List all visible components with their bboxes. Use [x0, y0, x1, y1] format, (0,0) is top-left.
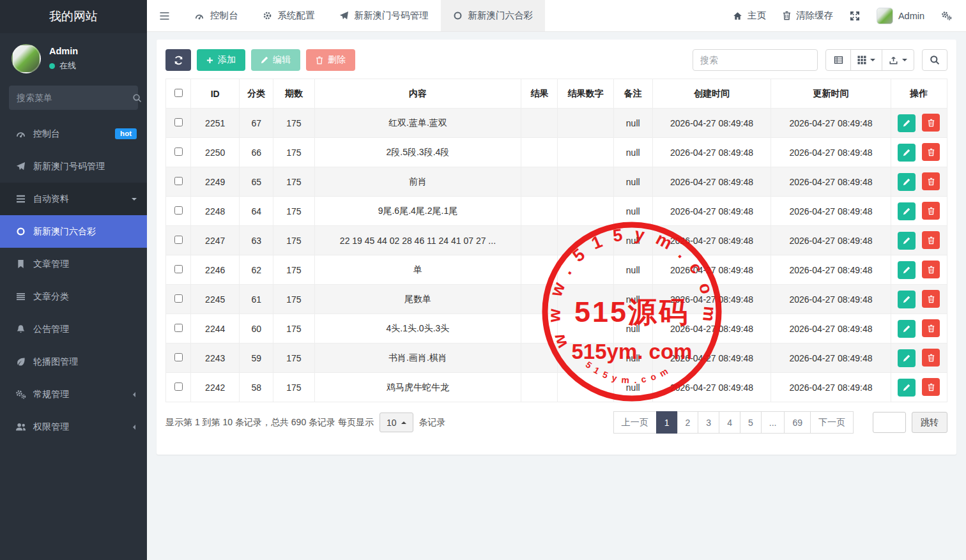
- user-dropdown[interactable]: Admin: [877, 8, 924, 24]
- row-delete-button[interactable]: [922, 349, 940, 367]
- row-checkbox[interactable]: [174, 353, 183, 361]
- trash-icon: [928, 207, 935, 215]
- cell-content: 4头.1头.0头.3头: [314, 314, 521, 344]
- row-delete-button[interactable]: [922, 231, 940, 249]
- page-button[interactable]: 1: [656, 411, 678, 434]
- main-content: 添加 编辑 删除: [147, 32, 966, 560]
- sidebar-item-autodata[interactable]: 自动资料: [0, 183, 147, 215]
- sidebar-item-lottery[interactable]: 新新澳门六合彩: [0, 215, 147, 248]
- table-search-input[interactable]: [693, 49, 818, 71]
- table-row: 2243 59 175 书肖.画肖.棋肖 null 2026-04-27 08:…: [166, 344, 947, 373]
- row-edit-button[interactable]: [898, 291, 916, 308]
- cell-created: 2026-04-27 08:49:48: [652, 226, 770, 255]
- row-checkbox[interactable]: [174, 382, 183, 391]
- cell-category: 58: [240, 373, 273, 402]
- page-button[interactable]: 69: [784, 411, 811, 434]
- bell-icon: [15, 324, 26, 334]
- cell-action: [891, 373, 947, 402]
- row-edit-button[interactable]: [898, 173, 916, 191]
- row-edit-button[interactable]: [898, 144, 916, 162]
- sidebar-item-announcements[interactable]: 公告管理: [0, 313, 147, 345]
- sidebar-search-input[interactable]: [17, 93, 132, 103]
- table-row: 2249 65 175 前肖 null 2026-04-27 08:49:48 …: [166, 167, 947, 197]
- page-button[interactable]: 4: [719, 411, 740, 434]
- cell-created: 2026-04-27 08:49:48: [652, 138, 770, 167]
- sidebar-item-dashboard[interactable]: 控制台 hot: [0, 117, 147, 150]
- row-checkbox[interactable]: [174, 118, 183, 126]
- settings-button[interactable]: [941, 11, 952, 20]
- row-checkbox[interactable]: [174, 177, 183, 185]
- page-button[interactable]: 上一页: [613, 411, 657, 434]
- sidebar-item-general-settings[interactable]: 常规管理: [0, 378, 147, 411]
- cell-remark: null: [613, 226, 652, 255]
- circle-o-icon: [15, 227, 26, 236]
- tab-dashboard[interactable]: 控制台: [182, 0, 250, 31]
- row-delete-button[interactable]: [922, 290, 940, 308]
- jump-button[interactable]: 跳转: [912, 412, 947, 433]
- row-delete-button[interactable]: [922, 172, 940, 190]
- cell-id: 2246: [191, 255, 240, 285]
- fullscreen-button[interactable]: [850, 11, 860, 21]
- row-edit-button[interactable]: [898, 320, 916, 338]
- sidebar-item-permissions[interactable]: 权限管理: [0, 411, 147, 443]
- row-edit-button[interactable]: [898, 349, 916, 367]
- delete-button[interactable]: 删除: [306, 49, 355, 71]
- cell-remark: null: [613, 314, 652, 344]
- clear-cache-link[interactable]: 清除缓存: [783, 10, 833, 22]
- row-edit-button[interactable]: [898, 114, 916, 132]
- sidebar-item-macau-number[interactable]: 新新澳门号码管理: [0, 150, 147, 183]
- row-edit-button[interactable]: [898, 261, 916, 279]
- page-button[interactable]: 2: [677, 411, 699, 434]
- edit-button[interactable]: 编辑: [251, 49, 300, 71]
- cell-period: 175: [273, 197, 314, 226]
- row-checkbox[interactable]: [174, 206, 183, 215]
- page-size-dropdown[interactable]: 10: [379, 412, 413, 432]
- home-link[interactable]: 主页: [733, 10, 766, 22]
- tab-lottery[interactable]: 新新澳门六合彩: [441, 0, 546, 31]
- cogs-icon: [15, 390, 26, 399]
- row-edit-button[interactable]: [898, 232, 916, 250]
- row-checkbox[interactable]: [174, 324, 183, 332]
- row-delete-button[interactable]: [922, 202, 940, 220]
- cell-category: 61: [240, 285, 273, 314]
- row-checkbox[interactable]: [174, 236, 183, 244]
- jump-page-input[interactable]: [873, 412, 906, 433]
- export-button[interactable]: [882, 49, 914, 71]
- list-view-icon: [834, 56, 843, 64]
- tab-macau-number[interactable]: 新新澳门号码管理: [327, 0, 441, 31]
- row-edit-button[interactable]: [898, 379, 916, 397]
- row-delete-button[interactable]: [922, 319, 940, 337]
- row-delete-button[interactable]: [922, 261, 940, 278]
- header-updated: 更新时间: [771, 79, 891, 109]
- cell-action: [891, 285, 947, 314]
- row-delete-button[interactable]: [922, 378, 940, 396]
- row-checkbox[interactable]: [174, 148, 183, 156]
- tab-system-config[interactable]: 系统配置: [250, 0, 327, 31]
- sidebar-item-label: 常规管理: [33, 389, 69, 400]
- cell-checkbox: [166, 167, 191, 197]
- add-button[interactable]: 添加: [197, 49, 245, 71]
- row-checkbox[interactable]: [174, 265, 183, 273]
- sidebar-item-carousel[interactable]: 轮播图管理: [0, 345, 147, 378]
- page-button[interactable]: ...: [761, 411, 785, 434]
- page-button[interactable]: 5: [740, 411, 762, 434]
- toggle-view-button[interactable]: [825, 49, 851, 71]
- trash-icon: [316, 56, 323, 64]
- row-delete-button[interactable]: [922, 114, 940, 132]
- menu-toggle-button[interactable]: [147, 0, 182, 31]
- table-row: 2251 67 175 红双.蓝单.蓝双 null 2026-04-27 08:…: [166, 109, 947, 138]
- row-delete-button[interactable]: [922, 143, 940, 161]
- columns-button[interactable]: [850, 49, 882, 71]
- refresh-button[interactable]: [165, 49, 191, 71]
- sidebar-item-article-categories[interactable]: 文章分类: [0, 280, 147, 313]
- cell-content: 尾数单: [314, 285, 521, 314]
- cell-checkbox: [166, 226, 191, 255]
- select-all-checkbox[interactable]: [174, 89, 183, 97]
- row-edit-button[interactable]: [898, 202, 916, 220]
- page-button[interactable]: 下一页: [810, 411, 854, 434]
- sidebar-item-articles[interactable]: 文章管理: [0, 248, 147, 280]
- row-checkbox[interactable]: [174, 294, 183, 303]
- search-toggle-button[interactable]: [922, 49, 947, 71]
- table-body: 2251 67 175 红双.蓝单.蓝双 null 2026-04-27 08:…: [166, 109, 947, 402]
- page-button[interactable]: 3: [698, 411, 719, 434]
